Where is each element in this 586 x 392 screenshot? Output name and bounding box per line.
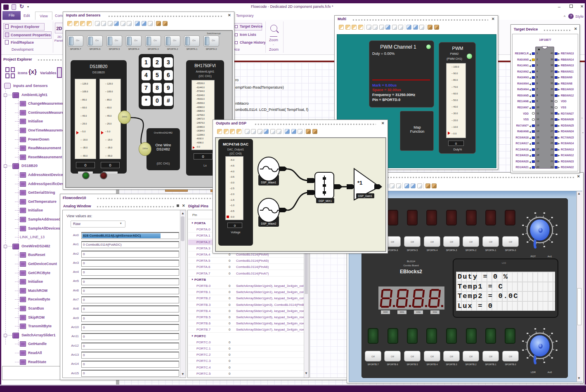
svg-text:*1: *1 [357, 180, 362, 186]
svg-text:DSP_Wave1: DSP_Wave1 [261, 181, 276, 184]
svg-text:DSP_Wave2: DSP_Wave2 [261, 222, 276, 225]
svg-text:DSP_Gain1: DSP_Gain1 [358, 195, 373, 198]
svg-text:DSP_MIX1: DSP_MIX1 [319, 200, 332, 203]
